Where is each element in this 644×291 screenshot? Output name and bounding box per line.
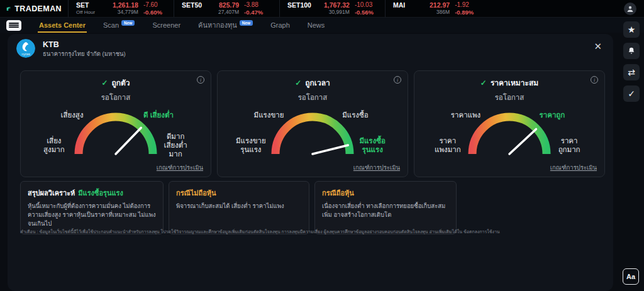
- nav-fund-search[interactable]: ค้นหากองทุน New: [189, 18, 262, 33]
- nav-label: Assets Center: [39, 21, 86, 29]
- favorites-button[interactable]: ★: [623, 21, 640, 38]
- index-name: MAI: [393, 1, 425, 9]
- trademan-logo-icon: [6, 3, 11, 15]
- index-change-pct: -0.89%: [455, 9, 486, 16]
- nav-label: News: [308, 21, 325, 29]
- index-volume: 27,407M: [218, 9, 239, 16]
- stock-analysis-panel: กรุงไทย KTB ธนาคารกรุงไทย จำกัด (มหาชน) …: [8, 34, 613, 291]
- bell-icon: [627, 47, 636, 55]
- nav-label: Graph: [270, 21, 290, 29]
- gauge-arc: [459, 101, 560, 158]
- person-icon: [626, 5, 634, 13]
- font-size-button[interactable]: Aa: [623, 268, 639, 285]
- index-value: 825.79: [218, 1, 239, 9]
- gauge-label-right-top: มีแรงซื้อ: [342, 111, 369, 119]
- index-name: SET100: [287, 1, 319, 9]
- compare-button[interactable]: ⇄: [623, 64, 640, 80]
- summary-body: หุ้นนี้เหมาะกับผู้ที่ต้องการความมั่นคง ไ…: [28, 202, 156, 228]
- nav-scan[interactable]: Scan New: [94, 18, 143, 33]
- index-change: -10.03: [355, 1, 386, 9]
- gauge-label-left-top: มีแรงขาย: [254, 111, 284, 119]
- gauge-title: ✓ถูกเวลา: [218, 77, 408, 89]
- index-ticker-set50[interactable]: SET50 825.79 -3.88 27,407M -0.47%: [174, 0, 279, 17]
- index-session-status: [182, 9, 213, 16]
- index-change-pct: -0.47%: [244, 9, 275, 16]
- stock-symbol: KTB: [43, 40, 126, 50]
- gauge-title: ✓ถูกตัว: [21, 77, 211, 89]
- gauge-title-text: ราคาเหมาะสม: [491, 79, 538, 87]
- gauge-card-right-stock: ✓ถูกตัว i รอโอกาส เสี่ยงสูง ดี เสี่ยงต: [20, 70, 211, 177]
- market-top-bar: TRADEMAN SET 1,261.18 -7.60 Off Hour 34,…: [0, 0, 644, 18]
- index-value: 1,767.32: [324, 1, 350, 9]
- gauge-label-right-top: ราคาถูก: [540, 111, 565, 119]
- gauge-label-left-bottom: ราคา แพงมาก: [435, 136, 461, 154]
- menu-icon[interactable]: [6, 20, 21, 31]
- summary-title: กรณีไม่ถือหุ้น: [176, 187, 302, 199]
- stock-title-block: KTB ธนาคารกรุงไทย จำกัด (มหาชน): [43, 40, 126, 58]
- evaluation-criteria-link[interactable]: เกณฑ์การประเมิน: [157, 163, 203, 172]
- nav-label: ค้นหากองทุน: [198, 19, 237, 31]
- main-nav: Assets Center Scan New Screener ค้นหากอง…: [0, 18, 644, 33]
- index-session-status: Off Hour: [76, 9, 108, 16]
- evaluation-criteria-link[interactable]: เกณฑ์การประเมิน: [550, 163, 597, 172]
- gauge-label-left-top: เสี่ยงสูง: [61, 111, 84, 119]
- index-ticker-set100[interactable]: SET100 1,767.32 -10.03 30,991M -0.56%: [279, 0, 385, 17]
- app-brand[interactable]: TRADEMAN: [0, 0, 68, 17]
- info-icon[interactable]: i: [591, 76, 598, 84]
- gauge-arc: [65, 101, 166, 158]
- nav-news[interactable]: News: [299, 18, 334, 33]
- index-name: SET50: [182, 1, 213, 9]
- gauge-card-right-time: ✓ถูกเวลา i รอโอกาส มีแรงขาย มีแรงซื้อ มี…: [217, 70, 408, 177]
- ktb-bank-logo: กรุงไทย: [16, 39, 35, 58]
- stock-company-name: ธนาคารกรุงไทย จำกัด (มหาชน): [43, 50, 126, 58]
- nav-graph[interactable]: Graph: [262, 18, 299, 33]
- summary-highlight: มีแรงซื้อรุนแรง: [78, 189, 123, 197]
- index-change: -3.88: [244, 1, 275, 9]
- holding-box: กรณีถือหุ้น เนื่องจากเสี่ยงต่ำ ทางเลือกก…: [314, 181, 457, 234]
- gauge-label-right-bottom: ดีมาก เสี่ยงต่ำมาก: [158, 132, 193, 158]
- app-title: TRADEMAN: [14, 4, 62, 13]
- index-session-status: [287, 9, 319, 16]
- check-icon: ✓: [101, 79, 108, 87]
- evaluation-criteria-link[interactable]: เกณฑ์การประเมิน: [353, 163, 400, 172]
- nav-label: Scan: [103, 21, 119, 29]
- notifications-button[interactable]: [623, 43, 640, 59]
- stock-header: กรุงไทย KTB ธนาคารกรุงไทย จำกัด (มหาชน): [16, 39, 126, 58]
- summary-title-text: สรุปผลวิเคราะห์: [28, 189, 75, 197]
- summary-title: สรุปผลวิเคราะห์มีแรงซื้อรุนแรง: [28, 187, 156, 199]
- gauge-label-left-bottom: เสี่ยง สูงมาก: [43, 136, 65, 154]
- gauge-title: ✓ราคาเหมาะสม: [414, 77, 604, 89]
- index-session-status: [393, 9, 425, 16]
- summary-row: สรุปผลวิเคราะห์มีแรงซื้อรุนแรง หุ้นนี้เห…: [20, 181, 457, 234]
- swap-arrows-icon: ⇄: [628, 67, 635, 77]
- topbar-spacer: [491, 0, 624, 17]
- nav-screener[interactable]: Screener: [143, 18, 189, 33]
- summary-body: พิจารณาเก็บสะสมได้ เสี่ยงต่ำ ราคาไม่แพง: [176, 202, 302, 211]
- close-icon[interactable]: ✕: [594, 41, 602, 51]
- index-ticker-mai[interactable]: MAI 212.97 -1.92 386M -0.89%: [385, 0, 491, 17]
- disclaimer-text: คำเตือน : ข้อมูลในเว็บไซต์นี้มีไว้เพื่อใ…: [20, 228, 599, 235]
- index-volume: 34,779M: [113, 9, 138, 16]
- gauge-needle: [509, 129, 536, 154]
- summary-body: เนื่องจากเสี่ยงต่ำ ทางเลือกการทยอยซื้อเก…: [322, 202, 449, 219]
- info-icon[interactable]: i: [394, 76, 401, 84]
- gauge-needle: [116, 128, 141, 154]
- gauge-label-right-bottom: มีแรงซื้อ รุนแรง: [359, 136, 386, 154]
- user-avatar[interactable]: [624, 3, 636, 15]
- index-ticker-set[interactable]: SET 1,261.18 -7.60 Off Hour 34,779M -0.6…: [68, 0, 174, 17]
- gauge-needle: [313, 145, 348, 154]
- gauge-title-text: ถูกตัว: [112, 79, 130, 87]
- info-icon[interactable]: i: [197, 76, 204, 84]
- new-badge: New: [121, 20, 135, 26]
- index-value: 1,261.18: [113, 1, 138, 9]
- index-volume: 30,991M: [324, 9, 350, 16]
- gauge-cards-row: ✓ถูกตัว i รอโอกาส เสี่ยงสูง ดี เสี่ยงต: [20, 70, 605, 177]
- nav-assets-center[interactable]: Assets Center: [30, 18, 94, 33]
- index-name: SET: [76, 1, 108, 9]
- checklist-button[interactable]: ✓: [623, 85, 640, 102]
- gauge-arc: [262, 101, 363, 158]
- new-badge: New: [240, 20, 253, 26]
- gauge-title-text: ถูกเวลา: [305, 79, 330, 87]
- gauge-label-left-top: ราคาแพง: [451, 111, 480, 119]
- summary-title: กรณีถือหุ้น: [322, 187, 449, 199]
